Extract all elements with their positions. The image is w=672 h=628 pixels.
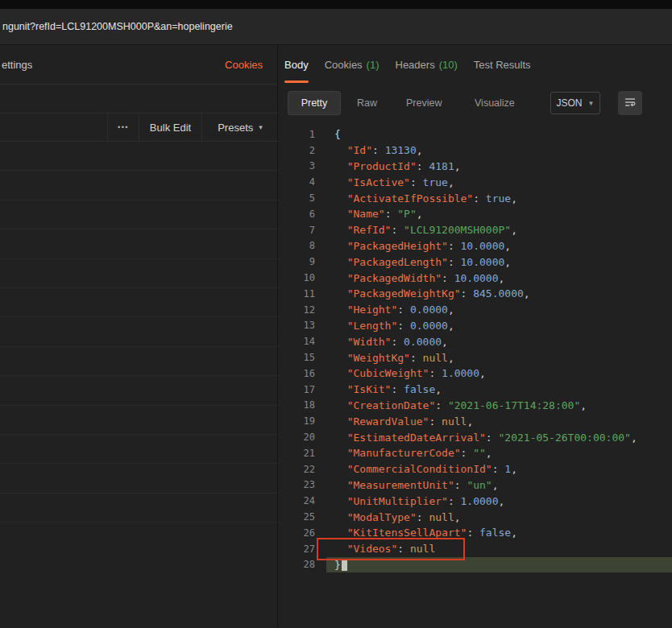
line-number: 14 — [278, 336, 315, 347]
code-line[interactable]: 7 "RefId": "LCL91200MSH000P", — [278, 222, 672, 238]
tab-test-results[interactable]: Test Results — [474, 45, 531, 85]
code-text: "ActivateIfPossible": true, — [326, 190, 672, 206]
code-line[interactable]: 24 "UnitMultiplier": 1.0000, — [278, 493, 672, 509]
tab-cookies[interactable]: Cookies (1) — [325, 45, 380, 85]
line-number: 10 — [278, 272, 315, 283]
wrap-text-button[interactable] — [618, 91, 642, 115]
url-input[interactable]: ngunit?refId=LCL91200MSH000P&an=hopeling… — [2, 21, 233, 32]
code-line[interactable]: 12 "Height": 0.0000, — [278, 302, 672, 318]
code-line[interactable]: 13 "Length": 0.0000, — [278, 318, 672, 334]
code-line[interactable]: 23 "MeasurementUnit": "un", — [278, 477, 672, 494]
kv-row[interactable] — [0, 229, 278, 258]
kv-row[interactable] — [0, 288, 278, 317]
kv-toolbar: ••• Bulk Edit Presets ▾ — [0, 113, 278, 142]
code-text: "KitItensSellApart": false, — [326, 525, 672, 541]
kv-row[interactable] — [0, 494, 278, 523]
code-text: "RefId": "LCL91200MSH000P", — [326, 222, 672, 238]
code-text: "Width": 0.0000, — [326, 333, 672, 349]
line-number: 25 — [278, 511, 315, 523]
kv-row[interactable] — [0, 259, 278, 288]
more-options-button[interactable]: ••• — [108, 114, 139, 141]
code-editor[interactable]: 1{2 "Id": 13130,3 "ProductId": 4181,4 "I… — [278, 126, 672, 628]
code-line[interactable]: 20 "EstimatedDateArrival": "2021-05-26T0… — [278, 429, 672, 445]
request-panel: ettings Cookies ••• Bulk Edit Presets ▾ — [0, 45, 278, 628]
line-number: 1 — [278, 129, 315, 140]
code-line[interactable]: 8 "PackagedHeight": 10.0000, — [278, 238, 672, 254]
code-line[interactable]: 15 "WeightKg": null, — [278, 349, 672, 366]
line-number: 27 — [278, 543, 315, 555]
code-text: "UnitMultiplier": 1.0000, — [326, 493, 672, 509]
format-dropdown[interactable]: JSON ▼ — [550, 92, 600, 114]
code-line[interactable]: 22 "CommercialConditionId": 1, — [278, 461, 672, 477]
kv-row[interactable] — [0, 347, 278, 376]
tab-headers[interactable]: Headers (10) — [396, 45, 458, 85]
code-text: "ModalType": null, — [326, 509, 672, 525]
code-line[interactable]: 14 "Width": 0.0000, — [278, 333, 672, 349]
view-mode-visualize[interactable]: Visualize — [475, 91, 515, 115]
cookies-count-badge: (1) — [367, 59, 380, 71]
tab-body-label: Body — [284, 59, 309, 71]
line-number: 9 — [278, 256, 315, 267]
kv-row[interactable] — [0, 435, 278, 464]
code-line[interactable]: 17 "IsKit": false, — [278, 382, 672, 398]
tab-headers-label: Headers — [396, 59, 435, 71]
tab-body[interactable]: Body — [284, 45, 309, 85]
code-text: { — [326, 126, 672, 143]
code-text: "CommercialConditionId": 1, — [326, 461, 672, 477]
tab-settings[interactable]: ettings — [2, 45, 32, 85]
code-text: "Id": 13130, — [326, 143, 672, 159]
code-line[interactable]: 3 "ProductId": 4181, — [278, 159, 672, 175]
code-line[interactable]: 4 "IsActive": true, — [278, 174, 672, 190]
request-url-bar[interactable]: ngunit?refId=LCL91200MSH000P&an=hopeling… — [0, 9, 672, 45]
tab-cookies-label: Cookies — [325, 59, 363, 71]
code-text: "ProductId": 4181, — [326, 159, 672, 175]
line-number: 8 — [278, 240, 315, 251]
code-line[interactable]: 28} — [278, 557, 672, 573]
line-number: 11 — [278, 288, 315, 300]
code-line[interactable]: 25 "ModalType": null, — [278, 509, 672, 525]
code-text: "MeasurementUnit": "un", — [326, 477, 672, 494]
code-text: "IsKit": false, — [326, 382, 672, 398]
code-line[interactable]: 19 "RewardValue": null, — [278, 413, 672, 429]
line-number: 5 — [278, 192, 315, 204]
code-text: "WeightKg": null, — [326, 349, 672, 366]
kv-row[interactable] — [0, 317, 278, 346]
view-mode-raw[interactable]: Raw — [357, 91, 377, 115]
code-line[interactable]: 18 "CreationDate": "2021-06-17T14:28:00"… — [278, 398, 672, 414]
code-line[interactable]: 5 "ActivateIfPossible": true, — [278, 190, 672, 206]
view-mode-preview[interactable]: Preview — [406, 91, 442, 115]
kv-row[interactable] — [0, 464, 278, 493]
headers-count-badge: (10) — [439, 59, 458, 71]
code-line[interactable]: 1{ — [278, 126, 672, 143]
line-number: 28 — [278, 559, 315, 570]
code-line[interactable]: 16 "CubicWeight": 1.0000, — [278, 366, 672, 382]
code-line[interactable]: 26 "KitItensSellApart": false, — [278, 525, 672, 541]
code-line[interactable]: 9 "PackagedLength": 10.0000, — [278, 254, 672, 270]
code-line[interactable]: 10 "PackagedWidth": 10.0000, — [278, 270, 672, 286]
view-mode-pretty[interactable]: Pretty — [288, 91, 341, 115]
presets-button[interactable]: Presets ▾ — [202, 114, 278, 141]
code-line[interactable]: 11 "PackagedWeightKg": 845.0000, — [278, 286, 672, 302]
code-line[interactable]: 21 "ManufacturerCode": "", — [278, 445, 672, 461]
code-line[interactable]: 6 "Name": "P", — [278, 206, 672, 222]
kv-row[interactable] — [0, 171, 278, 200]
code-line[interactable]: 2 "Id": 13130, — [278, 143, 672, 159]
line-number: 26 — [278, 527, 315, 539]
kv-row[interactable] — [0, 200, 278, 229]
kv-row[interactable] — [0, 406, 278, 435]
code-line[interactable]: 27 "Videos": null — [278, 541, 672, 557]
code-text: "EstimatedDateArrival": "2021-05-26T00:0… — [326, 429, 672, 445]
line-number: 21 — [278, 448, 315, 459]
bulk-edit-button[interactable]: Bulk Edit — [139, 114, 202, 141]
cookies-link[interactable]: Cookies — [225, 45, 263, 85]
line-number: 6 — [278, 209, 315, 220]
window-titlebar — [0, 0, 672, 9]
kv-header-spacer — [0, 114, 108, 141]
code-text: "Videos": null — [326, 541, 672, 557]
code-text: } — [326, 557, 672, 573]
kv-row[interactable] — [0, 142, 278, 171]
request-tabs-row: ettings Cookies — [0, 45, 277, 85]
code-text: "CubicWeight": 1.0000, — [326, 366, 672, 382]
kv-row[interactable] — [0, 376, 278, 405]
response-panel: Body Cookies (1) Headers (10) Test Resul… — [278, 45, 672, 628]
